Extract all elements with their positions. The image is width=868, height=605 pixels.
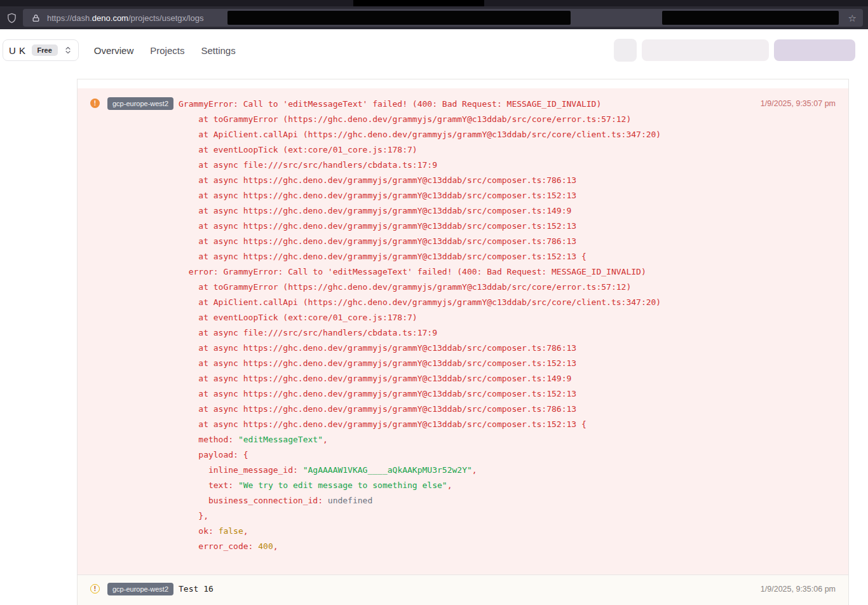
browser-toolbar: https://dash.deno.com/projects/usetgx/lo… xyxy=(0,6,868,29)
lock-icon[interactable] xyxy=(29,11,42,24)
url-scheme: https:// xyxy=(47,13,72,23)
log-timestamp: 1/9/2025, 9:35:07 pm xyxy=(761,99,836,108)
main-nav: Overview Projects Settings xyxy=(94,45,236,56)
chevrons-up-down-icon xyxy=(64,46,72,55)
warning-level-icon: ! xyxy=(90,584,100,594)
region-badge: gcp-europe-west2 xyxy=(107,583,173,595)
log-panel: ! gcp-europe-west2 GrammyError: Call to … xyxy=(77,79,849,605)
nav-item-projects[interactable]: Projects xyxy=(150,45,184,56)
log-panel-top-gap xyxy=(78,79,848,88)
url-subdomain: dash. xyxy=(72,13,92,23)
error-level-icon: ! xyxy=(90,99,100,108)
browser-chrome: https://dash.deno.com/projects/usetgx/lo… xyxy=(0,0,868,29)
region-badge: gcp-europe-west2 xyxy=(107,97,173,110)
org-switcher[interactable]: U K Free xyxy=(3,39,79,61)
redacted-tab-title xyxy=(353,0,484,6)
tracking-protection-shield-icon[interactable] xyxy=(5,11,18,24)
url-text: https://dash.deno.com/projects/usetgx/lo… xyxy=(47,13,203,23)
url-bar[interactable]: https://dash.deno.com/projects/usetgx/lo… xyxy=(23,9,863,27)
plan-badge: Free xyxy=(32,44,58,56)
log-message-warning: Test 16 xyxy=(179,583,836,595)
log-entry-error: ! gcp-europe-west2 GrammyError: Call to … xyxy=(78,88,848,574)
log-entry-warning: ! gcp-europe-west2 Test 16 1/9/2025, 9:3… xyxy=(78,574,848,605)
redacted-url-region xyxy=(227,11,571,25)
logs-page: ! gcp-europe-west2 GrammyError: Call to … xyxy=(0,79,868,605)
bookmark-star-icon[interactable]: ☆ xyxy=(848,13,857,23)
org-name: U K xyxy=(9,45,26,56)
nav-item-settings[interactable]: Settings xyxy=(201,45,235,56)
url-path: /projects/usetgx/logs xyxy=(128,13,204,23)
browser-tab-strip xyxy=(0,0,868,6)
redacted-header-block-2 xyxy=(774,39,855,61)
redacted-toolbar-region xyxy=(662,11,839,25)
url-domain: deno.com xyxy=(92,13,128,23)
redacted-header-area xyxy=(614,39,855,62)
log-message-error: GrammyError: Call to 'editMessageText' f… xyxy=(179,97,836,554)
app-header: U K Free Overview Projects Settings xyxy=(0,29,868,71)
redacted-avatar xyxy=(614,39,637,62)
log-timestamp: 1/9/2025, 9:35:06 pm xyxy=(761,585,836,594)
redacted-header-block xyxy=(642,39,769,61)
nav-item-overview[interactable]: Overview xyxy=(94,45,134,56)
